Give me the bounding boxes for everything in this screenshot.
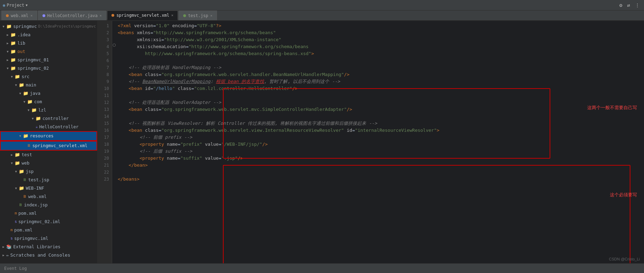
line-numbers: 1 2 3 4 5 6 7 8 9 10 11 12 13 14 15 16 1… bbox=[98, 21, 112, 263]
sidebar-item-springmvc01[interactable]: 📁 springmvc_01 bbox=[0, 56, 97, 64]
folder-icon: ✏ bbox=[6, 252, 9, 259]
sidebar-label: java bbox=[30, 90, 40, 97]
tab-springmvc-servlet[interactable]: springmvc_servlet.xml ✕ bbox=[107, 10, 178, 20]
line-num: 23 bbox=[98, 176, 109, 183]
scratches-label: Scratches and Consoles bbox=[10, 252, 70, 259]
sidebar-item-lib[interactable]: 📁 lib bbox=[0, 39, 97, 47]
folder-icon: 📁 bbox=[15, 151, 20, 158]
line-num: 9 bbox=[98, 78, 109, 85]
sidebar-item-web-inf[interactable]: 📁 WEB-INF bbox=[0, 184, 97, 192]
sidebar-item-jsp[interactable]: 📁 jsp bbox=[0, 167, 97, 176]
sidebar-item-src[interactable]: 📁 src bbox=[0, 73, 97, 81]
sidebar-item-lzl[interactable]: 📁 lzl bbox=[0, 106, 97, 114]
sidebar-label: main bbox=[26, 82, 36, 89]
tab-hello-controller[interactable]: HelloController.java ✕ bbox=[38, 10, 107, 20]
bottom-item-event-log[interactable]: Event Log bbox=[4, 266, 27, 271]
settings-icon[interactable]: ⚙ bbox=[618, 2, 623, 9]
line-num: 1 bbox=[98, 22, 109, 29]
sidebar-label: pom.xml bbox=[18, 210, 37, 217]
line-num: 15 bbox=[98, 120, 109, 127]
tab-web-xml[interactable]: web.xml ✕ bbox=[1, 10, 37, 20]
tree-arrow bbox=[6, 50, 10, 54]
sidebar-item-idea[interactable]: 📁 .idea bbox=[0, 31, 97, 39]
sidebar-item-scratches[interactable]: ✏ Scratches and Consoles bbox=[0, 251, 97, 259]
tab-test-jsp[interactable]: test.jsp ✕ bbox=[179, 10, 217, 20]
title-bar: ◉ Project ▼ ⚙ ⇄ ⋮ bbox=[0, 0, 644, 10]
line-num: 11 bbox=[98, 92, 109, 99]
tab-close-icon[interactable]: ✕ bbox=[100, 14, 102, 17]
folder-icon: 📁 bbox=[23, 90, 29, 97]
folder-icon: 📁 bbox=[10, 65, 16, 72]
sidebar-item-web-xml[interactable]: 🗎 web.xml bbox=[0, 192, 97, 201]
sidebar-item-hello-controller[interactable]: ☕ HelloController bbox=[0, 123, 97, 131]
tab-close-icon[interactable]: ✕ bbox=[210, 14, 212, 17]
sidebar-item-springmvc-servlet[interactable]: 🗎 springmvc_servlet.xml bbox=[0, 141, 97, 151]
sidebar-item-main[interactable]: 📁 main bbox=[0, 81, 97, 89]
tree-arrow bbox=[6, 41, 10, 45]
sidebar-item-index-jsp[interactable]: 🗎 index.jsp bbox=[0, 201, 97, 209]
line-num: 2 bbox=[98, 29, 109, 36]
sidebar-item-test-jsp[interactable]: 🗎 test.jsp bbox=[0, 176, 97, 184]
sidebar-label: springmvc_servlet.xml bbox=[32, 142, 87, 149]
sidebar-label: jsp bbox=[26, 168, 34, 175]
sidebar-label: springmvc_02.iml bbox=[18, 218, 60, 225]
sidebar-item-web[interactable]: 📁 web bbox=[0, 159, 97, 167]
tab-label: test.jsp bbox=[188, 13, 208, 18]
sidebar-item-pom-xml[interactable]: m pom.xml bbox=[0, 226, 97, 234]
main-area: 📁 springmvc D:\IdeaProjects\springmvc 📁 … bbox=[0, 21, 644, 263]
sidebar: 📁 springmvc D:\IdeaProjects\springmvc 📁 … bbox=[0, 21, 98, 263]
line-num: 4 bbox=[98, 43, 109, 50]
sidebar-item-springmvc-iml[interactable]: s springmvc.iml bbox=[0, 234, 97, 243]
editor-content[interactable]: 1 2 3 4 5 6 7 8 9 10 11 12 13 14 15 16 1… bbox=[98, 21, 644, 263]
sidebar-label: HelloController bbox=[39, 123, 79, 130]
sync-icon[interactable]: ⇄ bbox=[626, 2, 631, 9]
tab-close-icon[interactable]: ✕ bbox=[171, 13, 173, 17]
line-num: 20 bbox=[98, 155, 109, 162]
path-label: D:\IdeaProjects\springmvc bbox=[38, 23, 96, 30]
tree-arrow bbox=[31, 116, 35, 121]
tab-close-icon[interactable]: ✕ bbox=[31, 14, 33, 17]
bottom-bar: Event Log bbox=[0, 263, 644, 273]
sidebar-label: test bbox=[22, 151, 32, 158]
sidebar-item-controller[interactable]: 📁 controller bbox=[0, 114, 97, 123]
sidebar-item-out[interactable]: 📁 out bbox=[0, 47, 97, 56]
title-bar-project: ◉ Project ▼ bbox=[3, 3, 28, 8]
tree-arrow bbox=[10, 153, 14, 157]
folder-icon: 📁 bbox=[19, 185, 24, 192]
sidebar-item-springmvc02-iml[interactable]: s springmvc_02.iml bbox=[0, 218, 97, 226]
sidebar-item-test[interactable]: 📁 test bbox=[0, 151, 97, 159]
tree-arrow bbox=[10, 161, 14, 165]
folder-icon: 📁 bbox=[36, 115, 41, 122]
tree-arrow bbox=[1, 245, 6, 249]
sidebar-item-resources[interactable]: 📁 resources bbox=[0, 131, 97, 141]
tab-bar: web.xml ✕ HelloController.java ✕ springm… bbox=[0, 10, 644, 21]
tree-arrow bbox=[18, 134, 22, 138]
tab-label: web.xml bbox=[11, 13, 29, 18]
project-label[interactable]: Project bbox=[7, 3, 24, 8]
sidebar-label: src bbox=[22, 73, 30, 80]
folder-icon: 📚 bbox=[6, 243, 12, 250]
title-bar-actions: ⚙ ⇄ ⋮ bbox=[618, 2, 641, 9]
tree-arrow bbox=[14, 83, 18, 87]
sidebar-item-springmvc02[interactable]: 📁 springmvc_02 bbox=[0, 64, 97, 73]
folder-icon: 📁 bbox=[19, 82, 24, 89]
tab-dot bbox=[6, 14, 9, 17]
sidebar-item-springmvc[interactable]: 📁 springmvc D:\IdeaProjects\springmvc bbox=[0, 22, 97, 31]
line-num: 16 bbox=[98, 127, 109, 134]
jsp-file-icon: 🗎 bbox=[19, 202, 23, 208]
sidebar-item-pom-xml-02[interactable]: m pom.xml bbox=[0, 209, 97, 218]
line-num: 14 bbox=[98, 113, 109, 120]
line-num: 10 bbox=[98, 85, 109, 92]
code-editor[interactable]: <?xml version="1.0" encoding="UTF-8"?> <… bbox=[112, 21, 644, 263]
sidebar-label: web.xml bbox=[28, 193, 47, 200]
sidebar-item-java[interactable]: 📁 java bbox=[0, 89, 97, 98]
line-num: 3 bbox=[98, 36, 109, 43]
sidebar-label: test.jsp bbox=[28, 176, 49, 183]
sidebar-label: springmvc_01 bbox=[17, 56, 49, 63]
line-num: 17 bbox=[98, 134, 109, 141]
sidebar-label: lzl bbox=[38, 107, 46, 114]
gear-icon[interactable]: ⋮ bbox=[634, 2, 641, 9]
sidebar-item-external-libraries[interactable]: 📚 External Libraries bbox=[0, 243, 97, 251]
tree-arrow bbox=[6, 66, 10, 70]
sidebar-item-com[interactable]: 📁 com bbox=[0, 98, 97, 106]
